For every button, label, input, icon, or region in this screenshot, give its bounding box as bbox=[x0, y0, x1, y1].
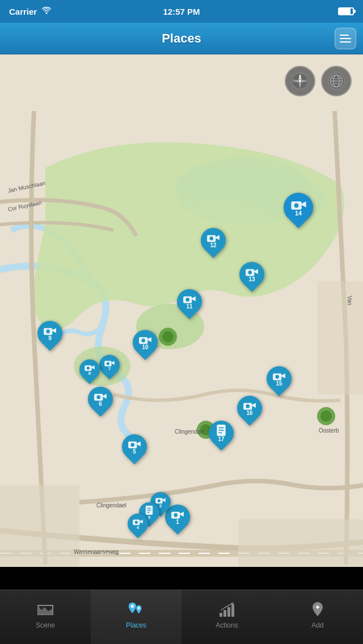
map-pin-8[interactable]: 8 bbox=[79, 359, 100, 380]
add-icon bbox=[309, 601, 327, 619]
svg-point-42 bbox=[107, 362, 109, 365]
status-battery bbox=[338, 7, 354, 15]
svg-point-60 bbox=[246, 404, 250, 408]
map-pin-16[interactable]: 16 bbox=[237, 396, 262, 421]
svg-point-38 bbox=[130, 443, 134, 447]
page-title: Places bbox=[162, 31, 201, 46]
tab-actions-label: Actions bbox=[216, 621, 238, 629]
status-carrier: Carrier bbox=[9, 7, 52, 16]
scene-icon bbox=[36, 601, 54, 619]
svg-point-40 bbox=[96, 395, 100, 399]
globe-button[interactable] bbox=[321, 66, 352, 96]
svg-rect-68 bbox=[223, 610, 226, 617]
map-pin-9[interactable]: 9 bbox=[37, 321, 62, 346]
svg-point-18 bbox=[299, 80, 301, 82]
map-pin-14[interactable]: 14 bbox=[284, 193, 313, 222]
list-icon bbox=[340, 35, 351, 43]
tab-places[interactable]: Places bbox=[91, 590, 182, 644]
svg-rect-69 bbox=[227, 607, 230, 617]
nav-bar: Places bbox=[0, 23, 363, 54]
carrier-label: Carrier bbox=[9, 7, 37, 16]
map-pin-15[interactable]: 15 bbox=[267, 366, 292, 391]
map-pin-17[interactable]: 17 bbox=[209, 421, 234, 446]
svg-point-36 bbox=[135, 521, 138, 524]
actions-icon bbox=[218, 601, 236, 619]
svg-point-44 bbox=[87, 367, 90, 370]
svg-text:S: S bbox=[299, 85, 301, 88]
places-icon bbox=[127, 601, 145, 619]
svg-point-48 bbox=[141, 338, 145, 342]
map-pin-11[interactable]: 11 bbox=[177, 289, 202, 314]
svg-point-9 bbox=[162, 331, 174, 342]
tab-places-label: Places bbox=[126, 621, 146, 629]
battery-icon bbox=[338, 7, 354, 15]
svg-rect-14 bbox=[0, 485, 79, 567]
map-pin-6[interactable]: 6 bbox=[88, 387, 113, 412]
svg-rect-15 bbox=[238, 519, 363, 567]
tab-actions[interactable]: Actions bbox=[182, 590, 272, 644]
svg-point-66 bbox=[137, 607, 140, 609]
list-view-button[interactable] bbox=[335, 28, 356, 49]
map-pin-4[interactable]: 4 bbox=[128, 514, 148, 534]
wifi-icon bbox=[41, 7, 52, 16]
compass-button[interactable]: N S W E bbox=[285, 66, 315, 96]
svg-point-0 bbox=[46, 12, 48, 14]
svg-point-58 bbox=[275, 375, 279, 379]
map-pin-13[interactable]: 13 bbox=[239, 262, 264, 287]
map-pin-5[interactable]: 5 bbox=[122, 434, 147, 459]
svg-point-46 bbox=[46, 329, 50, 333]
svg-point-52 bbox=[209, 236, 213, 240]
tab-add[interactable]: Add bbox=[272, 590, 363, 644]
svg-point-65 bbox=[131, 604, 134, 608]
status-time: 12:57 PM bbox=[163, 7, 200, 16]
map-pin-12[interactable]: 12 bbox=[201, 228, 226, 253]
svg-text:E: E bbox=[305, 79, 307, 82]
status-bar: Carrier 12:57 PM bbox=[0, 0, 363, 23]
tab-bar: Scene Places Actions bbox=[0, 590, 363, 644]
svg-point-56 bbox=[294, 204, 298, 208]
map-view[interactable]: Jan Muschlaan Cor Ruyslaan Clingendael C… bbox=[0, 54, 363, 567]
svg-point-50 bbox=[185, 298, 189, 302]
svg-point-13 bbox=[320, 410, 332, 422]
tab-scene[interactable]: Scene bbox=[0, 590, 91, 644]
map-pin-10[interactable]: 10 bbox=[133, 330, 158, 355]
svg-rect-70 bbox=[231, 604, 234, 617]
svg-text:N: N bbox=[299, 75, 301, 78]
svg-point-28 bbox=[174, 513, 178, 517]
svg-rect-67 bbox=[220, 613, 222, 617]
tab-add-label: Add bbox=[311, 621, 323, 629]
map-controls: N S W E bbox=[285, 66, 352, 96]
svg-rect-16 bbox=[318, 281, 363, 395]
tab-scene-label: Scene bbox=[36, 621, 55, 629]
map-pin-7[interactable]: 7 bbox=[99, 355, 120, 375]
svg-point-54 bbox=[248, 270, 252, 274]
